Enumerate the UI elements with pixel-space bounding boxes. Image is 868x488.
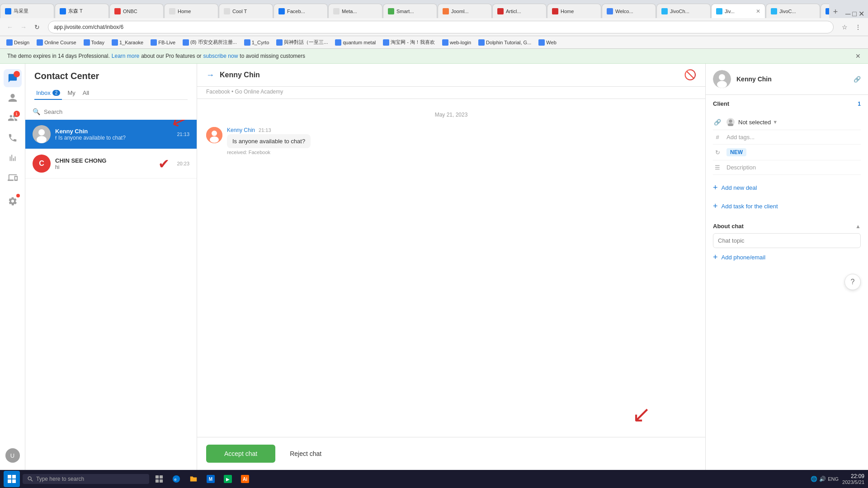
add-phone-email-row[interactable]: + Add phone/email	[713, 248, 861, 267]
taskbar-app4[interactable]: ▶	[221, 472, 235, 486]
client-count: 1	[858, 101, 861, 107]
svg-rect-12	[8, 475, 11, 479]
accept-chat-button[interactable]: Accept chat	[206, 445, 275, 463]
sidebar-item-stats[interactable]	[4, 149, 22, 167]
sidebar-item-contacts[interactable]	[4, 89, 22, 107]
bookmark-10[interactable]: web-login	[439, 38, 474, 47]
bookmark-8[interactable]: quantum metal	[332, 38, 378, 47]
svg-rect-14	[8, 479, 11, 483]
tab-close-btn[interactable]: ✕	[859, 9, 864, 18]
svg-point-10	[729, 120, 732, 123]
chat-item-kenny[interactable]: Kenny Chin f Is anyone available to chat…	[25, 120, 197, 149]
sidebar-item-avatar[interactable]: U	[4, 446, 22, 465]
sidebar-item-chat[interactable]	[4, 69, 22, 87]
forward-button[interactable]: →	[17, 21, 30, 33]
inbox-count: 2	[52, 90, 61, 96]
sidebar-item-team[interactable]: 1	[4, 109, 22, 127]
add-new-deal-row[interactable]: + Add new deal	[706, 178, 868, 197]
browser-tab-13[interactable]: Jiv... ✕	[711, 4, 765, 18]
add-task-row[interactable]: + Add task for the client	[706, 197, 868, 216]
bookmark-5[interactable]: (8) 币安交易所注册...	[180, 38, 240, 47]
banner-link-learn[interactable]: Learn more	[112, 53, 139, 59]
address-bar[interactable]: app.jivosite.com/chat/inbox/6	[48, 21, 834, 33]
about-chat-section: About chat ▲ + Add phone/email	[706, 216, 868, 270]
add-new-deal-label: Add new deal	[722, 184, 757, 191]
message-avatar	[206, 127, 222, 143]
tab-close-icon[interactable]: ✕	[756, 8, 760, 14]
chat-block-button[interactable]: 🚫	[684, 69, 696, 81]
tab-inbox[interactable]: Inbox 2	[34, 87, 62, 100]
browser-tab-3[interactable]: Home	[164, 4, 218, 18]
right-contact-avatar	[713, 70, 731, 88]
chat-back-button[interactable]: →	[206, 70, 214, 80]
browser-tab-5[interactable]: Faceb...	[274, 4, 328, 18]
browser-tab-8[interactable]: Jooml...	[438, 4, 492, 18]
left-panel-header: Contact Center Inbox 2 My All	[25, 64, 197, 103]
bookmark-12[interactable]: Web	[536, 38, 559, 47]
sidebar-item-settings[interactable]	[4, 192, 22, 210]
reject-chat-button[interactable]: Reject chat	[283, 445, 329, 463]
tab-maximize-btn[interactable]: □	[852, 10, 857, 18]
chat-info-chin: CHIN SEE CHONG hi	[55, 157, 172, 170]
browser-tab-10[interactable]: Home	[547, 4, 601, 18]
taskbar-app3[interactable]: M	[203, 472, 218, 486]
browser-tab-0[interactable]: 马采里	[0, 4, 54, 18]
browser-tab-1[interactable]: 东森 T	[55, 4, 109, 18]
start-button[interactable]	[4, 471, 20, 487]
back-button[interactable]: ←	[4, 21, 16, 33]
bookmark-4[interactable]: FB-Live	[148, 38, 178, 47]
description-row[interactable]: ☰ Description	[713, 160, 861, 175]
add-tags-row[interactable]: # Add tags...	[713, 130, 861, 145]
sidebar-item-channels[interactable]	[4, 169, 22, 187]
reload-button[interactable]: ↻	[31, 21, 43, 33]
banner-close-button[interactable]: ✕	[855, 52, 861, 60]
taskbar-app5[interactable]: Ai	[238, 472, 252, 486]
help-button[interactable]: ?	[844, 274, 861, 290]
bookmark-0[interactable]: Design	[4, 38, 32, 47]
bookmark-1[interactable]: Online Course	[34, 38, 79, 47]
taskbar-search-bar[interactable]: Type here to search	[23, 474, 149, 484]
browser-tab-6[interactable]: Meta...	[328, 4, 382, 18]
bookmark-2[interactable]: Today	[81, 38, 107, 47]
bookmark-3[interactable]: 1_Karaoke	[109, 38, 146, 47]
settings-btn[interactable]: ⋮	[852, 21, 864, 33]
svg-rect-18	[156, 475, 159, 479]
tab-my[interactable]: My	[66, 87, 77, 100]
chevron-down-icon: ▼	[773, 119, 778, 125]
banner-text: The demo expires in 14 days Professional…	[7, 53, 110, 59]
svg-rect-15	[12, 479, 16, 483]
chat-badge	[14, 71, 20, 77]
external-link-icon[interactable]: 🔗	[854, 76, 861, 83]
icon-sidebar: 1 U	[0, 64, 25, 470]
bookmark-7[interactable]: 與神對話（一至三...	[274, 38, 330, 47]
taskbar-edge[interactable]: e	[169, 472, 184, 486]
taskbar-task-view[interactable]	[152, 472, 166, 486]
browser-tab-7[interactable]: Smart...	[383, 4, 437, 18]
bookmark-11[interactable]: Dolphin Tutorial, G...	[476, 38, 534, 47]
browser-tab-9[interactable]: Articl...	[492, 4, 547, 18]
browser-tab-2[interactable]: ONBC	[109, 4, 164, 18]
browser-tab-14[interactable]: JivoC...	[766, 4, 820, 18]
sidebar-item-phone[interactable]	[4, 129, 22, 147]
chevron-up-icon[interactable]: ▲	[855, 223, 861, 230]
chat-main: → Kenny Chin 🚫 Facebook • Go Online Acad…	[197, 64, 705, 470]
taskbar-file-explorer[interactable]	[186, 472, 201, 486]
browser-tab-4[interactable]: Cool T	[219, 4, 273, 18]
search-input[interactable]	[44, 108, 189, 115]
tab-minimize-btn[interactable]: ─	[845, 10, 850, 18]
add-phone-label: Add phone/email	[722, 254, 766, 261]
new-tab-button[interactable]: +	[829, 5, 842, 18]
date-divider: May 21, 2023	[206, 108, 696, 122]
banner-link-subscribe[interactable]: subscribe now	[203, 53, 238, 59]
browser-tab-15[interactable]: Go Or...	[821, 4, 829, 18]
svg-rect-13	[12, 475, 16, 479]
bookmark-9[interactable]: 淘宝网 - 淘！我喜欢	[380, 38, 438, 47]
bookmark-btn[interactable]: ☆	[838, 21, 851, 33]
chat-item-chin[interactable]: C CHIN SEE CHONG hi 20:23 ✔	[25, 149, 197, 178]
browser-tab-12[interactable]: JivoCh...	[656, 4, 711, 18]
tab-all[interactable]: All	[81, 87, 91, 100]
chat-topic-input[interactable]	[713, 233, 861, 248]
bookmark-6[interactable]: 1_Cyrto	[241, 38, 272, 47]
not-selected-value[interactable]: Not selected ▼	[726, 118, 778, 126]
browser-tab-11[interactable]: Welco...	[602, 4, 656, 18]
